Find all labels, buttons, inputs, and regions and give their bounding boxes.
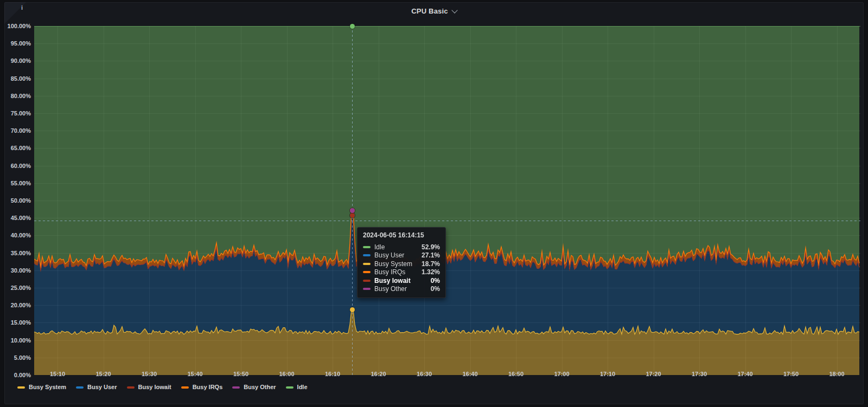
series-value: 52.9% (422, 243, 440, 251)
y-axis-label: 70.00% (0, 127, 31, 134)
x-axis-label: 17:00 (543, 371, 581, 377)
panel-header: CPU Basic (4, 6, 864, 16)
highlight-point-busy-system (350, 307, 355, 312)
series-name: Busy System (374, 260, 412, 268)
legend: Busy SystemBusy UserBusy IowaitBusy IRQs… (17, 384, 308, 390)
legend-label: Idle (297, 384, 308, 390)
legend-swatch-icon (181, 386, 189, 389)
y-axis-label: 5.00% (0, 354, 31, 361)
y-axis-label: 0.00% (0, 372, 31, 378)
y-axis-label: 80.00% (0, 93, 31, 99)
x-axis-label: 17:20 (635, 371, 673, 377)
y-axis-label: 10.00% (0, 337, 31, 344)
x-axis-label: 18:00 (818, 371, 856, 377)
series-swatch-icon (363, 280, 371, 282)
y-axis-label: 30.00% (0, 267, 31, 274)
series-value: 1.32% (422, 268, 440, 276)
legend-label: Busy Iowait (138, 384, 171, 390)
highlight-point-busy-other (350, 208, 355, 213)
legend-swatch-icon (232, 386, 240, 389)
x-axis-label: 16:30 (405, 371, 443, 377)
series-name: Busy User (374, 251, 404, 259)
hover-tooltip: 2024-06-05 16:14:15 Idle52.9%Busy User27… (357, 227, 446, 298)
tooltip-row-idle: Idle52.9% (363, 243, 440, 251)
y-axis-label: 75.00% (0, 110, 31, 117)
series-name: Busy Iowait (374, 277, 411, 285)
series-value: 0% (431, 285, 440, 293)
tooltip-row-busy-system: Busy System18.7% (363, 260, 440, 268)
x-axis-label: 17:50 (772, 371, 810, 377)
y-axis-label: 45.00% (0, 215, 31, 221)
y-axis-label: 35.00% (0, 250, 31, 256)
x-axis-label: 17:40 (726, 371, 764, 377)
x-axis-label: 15:20 (85, 371, 123, 377)
panel-title-menu[interactable]: CPU Basic (411, 7, 457, 15)
x-axis-label: 15:10 (39, 371, 76, 377)
highlight-point-idle (350, 24, 355, 29)
x-axis-label: 16:20 (360, 371, 398, 377)
y-axis-label: 65.00% (0, 145, 31, 151)
x-axis-label: 17:30 (680, 371, 718, 377)
y-axis-label: 95.00% (0, 40, 31, 47)
series-value: 27.1% (422, 251, 440, 259)
y-axis-label: 40.00% (0, 232, 31, 238)
legend-swatch-icon (127, 386, 135, 389)
legend-swatch-icon (17, 386, 25, 389)
y-axis-label: 50.00% (0, 197, 31, 204)
legend-label: Busy System (29, 384, 66, 390)
legend-item-busy-system[interactable]: Busy System (17, 384, 66, 390)
y-axis-label: 25.00% (0, 285, 31, 291)
tooltip-row-busy-other: Busy Other0% (363, 285, 440, 294)
legend-swatch-icon (76, 386, 84, 389)
legend-item-busy-irqs[interactable]: Busy IRQs (181, 384, 223, 390)
legend-label: Busy User (87, 384, 117, 390)
series-swatch-icon (363, 246, 371, 248)
y-axis-label: 85.00% (0, 75, 31, 82)
series-name: Busy IRQs (374, 268, 405, 276)
y-axis-label: 60.00% (0, 163, 31, 169)
x-axis-label: 16:40 (451, 371, 489, 377)
y-axis-label: 90.00% (0, 57, 31, 64)
legend-label: Busy Other (244, 384, 276, 390)
series-name: Idle (374, 243, 385, 251)
y-axis-label: 55.00% (0, 180, 31, 186)
legend-item-busy-user[interactable]: Busy User (76, 384, 117, 390)
series-swatch-icon (363, 254, 371, 256)
x-axis-label: 15:30 (130, 371, 168, 377)
series-swatch-icon (363, 263, 371, 265)
y-axis-label: 20.00% (0, 302, 31, 308)
legend-item-busy-other[interactable]: Busy Other (232, 384, 276, 390)
series-swatch-icon (363, 271, 371, 273)
series-name: Busy Other (374, 285, 407, 293)
legend-swatch-icon (286, 386, 293, 389)
x-axis-label: 15:40 (176, 371, 214, 377)
panel-title: CPU Basic (411, 7, 448, 15)
legend-item-idle[interactable]: Idle (286, 384, 308, 390)
y-axis-label: 15.00% (0, 319, 31, 326)
legend-label: Busy IRQs (193, 384, 223, 390)
x-axis-label: 15:50 (222, 371, 260, 377)
x-axis-label: 17:10 (589, 371, 627, 377)
tooltip-timestamp: 2024-06-05 16:14:15 (363, 231, 440, 239)
x-axis-label: 16:00 (268, 371, 306, 377)
series-value: 18.7% (422, 260, 440, 268)
tooltip-row-busy-iowait: Busy Iowait0% (363, 276, 440, 285)
y-axis-label: 100.00% (0, 23, 31, 29)
series-swatch-icon (363, 288, 371, 290)
highlight-point-busy-iowait (350, 213, 355, 218)
legend-item-busy-iowait[interactable]: Busy Iowait (127, 384, 171, 390)
tooltip-row-busy-irqs: Busy IRQs1.32% (363, 268, 440, 277)
tooltip-row-busy-user: Busy User27.1% (363, 251, 440, 260)
x-axis-label: 16:50 (497, 371, 535, 377)
cpu-chart-plot[interactable] (34, 26, 860, 375)
x-axis-label: 16:10 (314, 371, 352, 377)
series-value: 0% (431, 277, 440, 285)
chevron-down-icon (451, 7, 457, 13)
